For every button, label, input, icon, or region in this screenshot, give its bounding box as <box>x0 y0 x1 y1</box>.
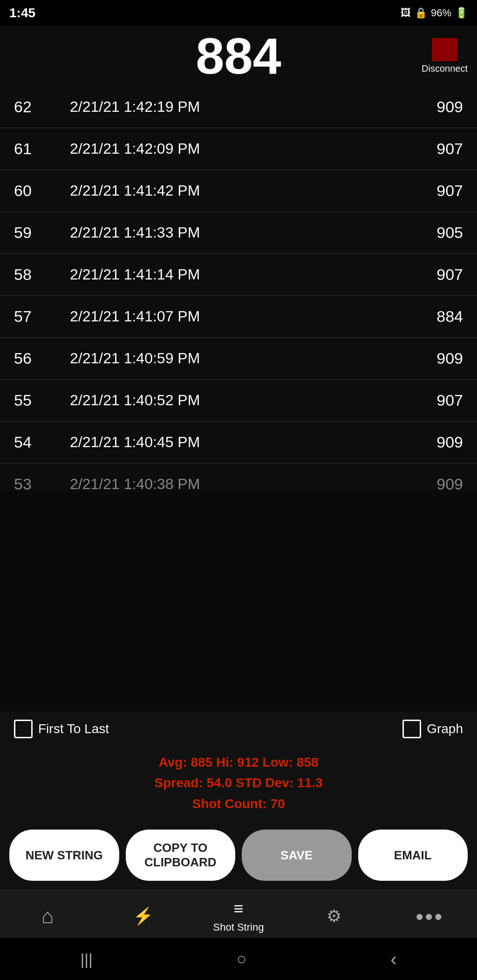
table-row[interactable]: 54 2/21/21 1:40:45 PM 909 <box>0 422 477 463</box>
table-row[interactable]: 62 2/21/21 1:42:19 PM 909 <box>0 86 477 128</box>
shot-fps: 909 <box>407 98 463 116</box>
new-string-button[interactable]: NEW STRING <box>9 830 119 881</box>
stats-line-2: Spread: 54.0 STD Dev: 11.3 <box>14 773 463 794</box>
shot-string-nav-label: Shot String <box>213 921 264 933</box>
shot-timestamp: 2/21/21 1:40:52 PM <box>51 392 407 409</box>
action-buttons: NEW STRING COPY TO CLIPBOARD SAVE EMAIL <box>0 820 477 890</box>
copy-to-clipboard-button[interactable]: COPY TO CLIPBOARD <box>126 830 236 881</box>
battery-icon: 🔋 <box>455 7 468 19</box>
shot-fps: 905 <box>407 224 463 242</box>
table-row[interactable]: 57 2/21/21 1:41:07 PM 884 <box>0 296 477 338</box>
graph-checkbox[interactable]: Graph <box>402 720 463 738</box>
shot-fps: 907 <box>407 265 463 284</box>
more-icon: ●●● <box>415 908 443 924</box>
shot-fps: 907 <box>407 182 463 200</box>
android-back-button[interactable]: ‹ <box>390 949 396 970</box>
disconnect-label: Disconnect <box>422 63 468 74</box>
shot-timestamp: 2/21/21 1:41:33 PM <box>51 224 407 241</box>
save-button[interactable]: SAVE <box>242 830 352 881</box>
table-row[interactable]: 58 2/21/21 1:41:14 PM 907 <box>0 254 477 296</box>
shot-number: 62 <box>14 98 51 116</box>
nav-bar: ⌂ ⚡ ≡ Shot String ⚙ ●●● <box>0 890 477 938</box>
gun-icon: ⚡ <box>133 906 154 926</box>
header: 884 Disconnect <box>0 26 477 86</box>
home-icon: ⌂ <box>41 905 54 928</box>
shot-number: 60 <box>14 182 51 200</box>
shot-fps: 907 <box>407 391 463 409</box>
table-row[interactable]: 60 2/21/21 1:41:42 PM 907 <box>0 170 477 212</box>
shot-timestamp: 2/21/21 1:41:07 PM <box>51 308 407 325</box>
disconnect-button[interactable]: Disconnect <box>422 38 468 74</box>
list-icon: ≡ <box>233 899 243 919</box>
first-to-last-checkbox-box[interactable] <box>14 720 33 738</box>
shot-number: 54 <box>14 433 51 451</box>
nav-home[interactable]: ⌂ <box>0 905 95 928</box>
status-bar: 1:45 🖼 🔒 96% 🔋 <box>0 0 477 26</box>
nav-gun[interactable]: ⚡ <box>95 906 191 926</box>
checkboxes-row: First To Last Graph <box>0 711 477 747</box>
shot-number: 55 <box>14 391 51 409</box>
shot-list: 62 2/21/21 1:42:19 PM 909 61 2/21/21 1:4… <box>0 86 477 491</box>
shot-timestamp: 2/21/21 1:42:19 PM <box>51 98 407 116</box>
table-row[interactable]: 61 2/21/21 1:42:09 PM 907 <box>0 128 477 170</box>
email-button[interactable]: EMAIL <box>358 830 468 881</box>
shot-timestamp: 2/21/21 1:40:45 PM <box>51 434 407 451</box>
shot-number: 58 <box>14 265 51 284</box>
settings-icon: ⚙ <box>327 906 341 926</box>
table-row[interactable]: 59 2/21/21 1:41:33 PM 905 <box>0 212 477 254</box>
shot-timestamp: 2/21/21 1:40:59 PM <box>51 350 407 367</box>
shot-number: 59 <box>14 224 51 242</box>
shot-timestamp: 2/21/21 1:40:38 PM <box>51 476 407 491</box>
android-recents-button[interactable]: ||| <box>80 950 93 968</box>
nav-more[interactable]: ●●● <box>382 908 477 924</box>
table-row[interactable]: 56 2/21/21 1:40:59 PM 909 <box>0 338 477 380</box>
sim-icon: 🔒 <box>415 7 427 19</box>
shot-fps: 884 <box>407 307 463 326</box>
table-row[interactable]: 55 2/21/21 1:40:52 PM 907 <box>0 380 477 422</box>
shot-timestamp: 2/21/21 1:42:09 PM <box>51 140 407 157</box>
stats-line-3: Shot Count: 70 <box>14 794 463 815</box>
status-icons: 🖼 🔒 96% 🔋 <box>401 7 468 19</box>
first-to-last-label: First To Last <box>38 721 109 736</box>
android-home-button[interactable]: ○ <box>237 949 247 969</box>
current-fps-display: 884 <box>196 30 281 82</box>
shot-fps: 907 <box>407 140 463 158</box>
shot-number: 57 <box>14 307 51 326</box>
shot-number: 53 <box>14 475 51 491</box>
bottom-section: First To Last Graph Avg: 885 Hi: 912 Low… <box>0 711 477 980</box>
nav-settings[interactable]: ⚙ <box>286 906 382 926</box>
shot-timestamp: 2/21/21 1:41:14 PM <box>51 266 407 283</box>
graph-label: Graph <box>427 721 463 736</box>
graph-checkbox-box[interactable] <box>402 720 421 738</box>
table-row[interactable]: 53 2/21/21 1:40:38 PM 909 <box>0 463 477 491</box>
stats-line-1: Avg: 885 Hi: 912 Low: 858 <box>14 752 463 773</box>
stats-section: Avg: 885 Hi: 912 Low: 858 Spread: 54.0 S… <box>0 747 477 820</box>
android-nav: ||| ○ ‹ <box>0 938 477 980</box>
first-to-last-checkbox[interactable]: First To Last <box>14 720 109 738</box>
shot-timestamp: 2/21/21 1:41:42 PM <box>51 182 407 199</box>
battery-text: 96% <box>431 7 451 19</box>
shot-fps: 909 <box>407 475 463 491</box>
shot-number: 56 <box>14 349 51 368</box>
gallery-icon: 🖼 <box>401 7 411 19</box>
nav-shot-string[interactable]: ≡ Shot String <box>191 899 286 933</box>
shot-fps: 909 <box>407 349 463 368</box>
shot-number: 61 <box>14 140 51 158</box>
shot-fps: 909 <box>407 433 463 451</box>
status-time: 1:45 <box>9 6 35 20</box>
disconnect-icon <box>432 38 457 61</box>
